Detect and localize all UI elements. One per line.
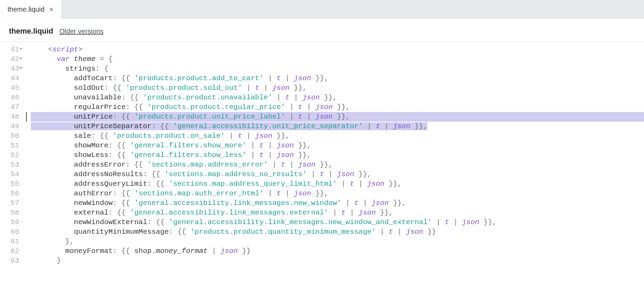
code-line[interactable]: authError: {{ 'sections.map.auth_error_h… [31,189,644,198]
line-gutter: 4041424344454647484950515253545556575859… [0,42,21,266]
tab-label: theme.liquid [8,5,44,13]
line-number: 58 [0,208,19,218]
line-number: 59 [0,218,19,227]
line-number: 52 [0,150,19,160]
line-number: 60 [0,227,19,237]
page-title: theme.liquid [9,27,53,36]
code-line[interactable]: external: {{ 'general.accessibility.link… [31,208,644,218]
older-versions-link[interactable]: Older versions [60,27,104,35]
line-number: 54 [0,170,19,179]
line-number: 47 [0,102,19,112]
line-number: 45 [0,83,19,93]
tab-theme-liquid[interactable]: theme.liquid × [0,0,62,19]
code-line[interactable]: addressQueryLimit: {{ 'sections.map.addr… [31,179,644,189]
code-line[interactable]: unavailable: {{ 'products.product.unavai… [31,93,644,102]
code-line[interactable]: addressError: {{ 'sections.map.address_e… [31,160,644,170]
line-number: 57 [0,198,19,208]
code-line[interactable]: strings: { [31,64,644,74]
code-area[interactable]: <script> var theme = { strings: { addToC… [21,42,644,266]
code-line[interactable]: soldOut: {{ 'products.product.sold_out' … [31,83,644,93]
tab-bar: theme.liquid × [0,0,644,19]
line-number: 44 [0,74,19,83]
cursor [26,112,27,122]
line-number: 43 [0,64,19,74]
line-number: 51 [0,141,19,150]
line-number: 49 [0,122,19,131]
file-header: theme.liquid Older versions [0,19,644,42]
code-line[interactable]: showLess: {{ 'general.filters.show_less'… [31,150,644,160]
code-line[interactable]: }, [31,237,644,246]
close-icon[interactable]: × [49,6,54,13]
code-line[interactable]: } [31,256,644,266]
code-line[interactable]: newWindow: {{ 'general.accessibility.lin… [31,198,644,208]
line-number: 55 [0,179,19,189]
line-number: 42 [0,54,19,64]
line-number: 61 [0,237,19,246]
line-number: 48 [0,112,19,122]
code-line[interactable]: moneyFormat: {{ shop.money_format | json… [31,246,644,256]
line-number: 50 [0,131,19,141]
line-number: 41 [0,45,19,54]
code-line[interactable]: unitPrice: {{ 'products.product.unit_pri… [31,112,644,122]
code-line[interactable]: regularPrice: {{ 'products.product.regul… [31,102,644,112]
code-line[interactable]: <script> [31,45,644,54]
code-editor[interactable]: 4041424344454647484950515253545556575859… [0,42,644,266]
code-line[interactable]: unitPriceSeparator: {{ 'general.accessib… [31,122,644,131]
line-number: 56 [0,189,19,198]
code-line[interactable]: showMore: {{ 'general.filters.show_more'… [31,141,644,150]
code-line[interactable]: sale: {{ 'products.product.on_sale' | t … [31,131,644,141]
line-number: 63 [0,256,19,266]
code-line[interactable]: addressNoResults: {{ 'sections.map.addre… [31,170,644,179]
code-line[interactable]: addToCart: {{ 'products.product.add_to_c… [31,74,644,83]
code-line[interactable]: var theme = { [31,54,644,64]
line-number: 62 [0,246,19,256]
line-number: 46 [0,93,19,102]
line-number: 53 [0,160,19,170]
code-line[interactable]: newWindowExternal: {{ 'general.accessibi… [31,218,644,227]
code-line[interactable]: quantityMinimumMessage: {{ 'products.pro… [31,227,644,237]
